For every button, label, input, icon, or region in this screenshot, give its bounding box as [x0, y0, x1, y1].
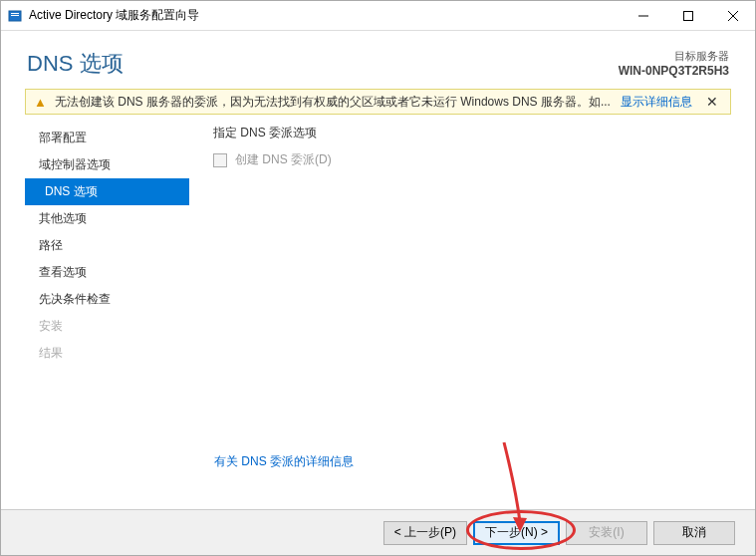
warning-text: 无法创建该 DNS 服务器的委派，因为无法找到有权威的父区域或者它未运行 Win… — [55, 94, 615, 111]
warning-icon: ▲ — [34, 95, 47, 110]
install-button: 安装(I) — [566, 521, 647, 545]
sidebar-item-deployment[interactable]: 部署配置 — [25, 125, 189, 151]
sidebar-item-other[interactable]: 其他选项 — [25, 205, 189, 232]
sidebar-item-dns-options[interactable]: DNS 选项 — [25, 178, 189, 205]
create-dns-delegation-row: 创建 DNS 委派(D) — [213, 151, 731, 168]
more-info-area: 有关 DNS 委派的详细信息 — [214, 453, 354, 470]
titlebar: Active Directory 域服务配置向导 — [1, 1, 755, 31]
sidebar-item-review[interactable]: 查看选项 — [25, 259, 189, 286]
svg-rect-4 — [683, 11, 692, 20]
footer: < 上一步(P) 下一步(N) > 安装(I) 取消 — [1, 509, 755, 555]
sidebar-item-prereq[interactable]: 先决条件检查 — [25, 286, 189, 313]
more-info-link[interactable]: 有关 DNS 委派的详细信息 — [214, 454, 354, 468]
create-dns-delegation-checkbox[interactable] — [213, 153, 227, 167]
close-button[interactable] — [710, 1, 755, 31]
target-label: 目标服务器 — [619, 49, 729, 64]
target-server-name: WIN-0NPQ3T2R5H3 — [619, 64, 729, 78]
sidebar-item-install: 安装 — [25, 313, 189, 340]
previous-button[interactable]: < 上一步(P) — [383, 521, 467, 545]
warning-close-button[interactable]: ✕ — [702, 94, 722, 110]
sidebar-item-paths[interactable]: 路径 — [25, 232, 189, 259]
header: DNS 选项 目标服务器 WIN-0NPQ3T2R5H3 — [1, 31, 755, 89]
section-title: 指定 DNS 委派选项 — [213, 125, 731, 141]
svg-rect-2 — [11, 15, 19, 16]
sidebar: 部署配置 域控制器选项 DNS 选项 其他选项 路径 查看选项 先决条件检查 安… — [25, 125, 189, 463]
warning-bar: ▲ 无法创建该 DNS 服务器的委派，因为无法找到有权威的父区域或者它未运行 W… — [25, 89, 731, 115]
maximize-button[interactable] — [665, 1, 710, 31]
warning-details-link[interactable]: 显示详细信息 — [621, 94, 692, 111]
content-pane: 指定 DNS 委派选项 创建 DNS 委派(D) — [189, 125, 731, 463]
minimize-button[interactable] — [621, 1, 665, 31]
body: 部署配置 域控制器选项 DNS 选项 其他选项 路径 查看选项 先决条件检查 安… — [1, 115, 755, 463]
page-title: DNS 选项 — [27, 49, 124, 79]
next-button[interactable]: 下一步(N) > — [473, 521, 560, 545]
app-icon — [7, 8, 23, 24]
window-controls — [621, 1, 755, 31]
cancel-button[interactable]: 取消 — [653, 521, 735, 545]
target-server-box: 目标服务器 WIN-0NPQ3T2R5H3 — [619, 49, 729, 78]
window-title: Active Directory 域服务配置向导 — [29, 7, 621, 24]
sidebar-item-dc-options[interactable]: 域控制器选项 — [25, 151, 189, 178]
sidebar-item-results: 结果 — [25, 340, 189, 367]
svg-rect-1 — [11, 13, 19, 14]
create-dns-delegation-label: 创建 DNS 委派(D) — [235, 151, 332, 168]
